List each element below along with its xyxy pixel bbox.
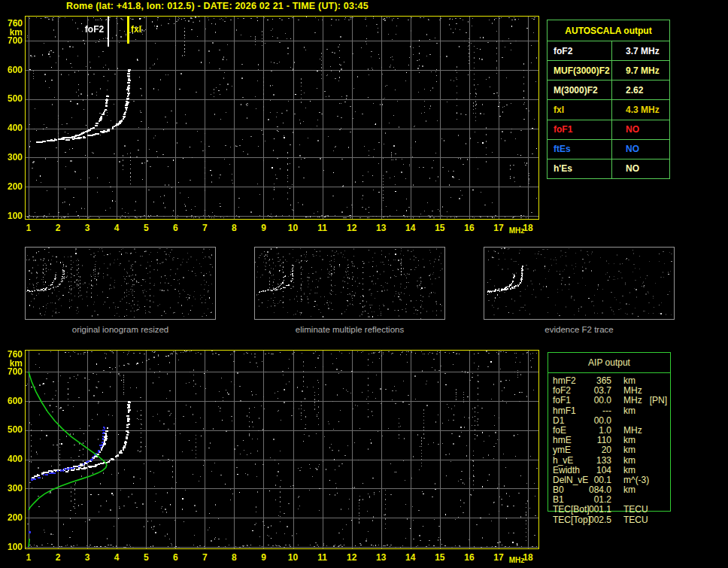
thumbnail-2 <box>254 247 445 320</box>
aip-row-unit: km <box>623 466 635 475</box>
page-title: Rome (lat: +41.8, lon: 012.5) - DATE: 20… <box>66 1 369 11</box>
x-tick-label: 7 <box>196 553 214 563</box>
autoscala-row-ftEs: ftEsNO <box>548 140 669 159</box>
aip-row-value: 00.0 <box>575 416 611 426</box>
autoscala-row-value: 9.7 MHz <box>612 61 669 80</box>
aip-row-h_vE: h_vE133km <box>548 456 720 466</box>
y-tick-label: 200 <box>0 513 23 523</box>
y-tick-label: 500 <box>0 425 23 435</box>
x-tick-label: 4 <box>108 223 126 233</box>
y-tick-label: 500 <box>0 94 23 104</box>
thumbnail-canvas-1 <box>26 248 215 319</box>
x-tick-label: 1 <box>20 553 38 563</box>
thumbnail-label-1: original ionogram resized <box>25 325 216 334</box>
x-tick-label: 9 <box>254 223 272 233</box>
aip-row-Ewidth: Ewidth104km <box>548 466 720 475</box>
autoscala-row-label: foF1 <box>548 120 612 139</box>
foF2-marker-label: foF2 <box>85 25 104 35</box>
y-tick-label: 600 <box>0 396 23 406</box>
x-tick-label: 15 <box>431 223 449 233</box>
thumbnail-label-3: evidence F2 trace <box>484 325 675 334</box>
aip-row-TEC[Bot]: TEC[Bot]001.1TECU <box>548 505 720 515</box>
x-tick-label: 5 <box>137 223 155 233</box>
y-tick-label: 400 <box>0 123 23 133</box>
aip-row-value: 104 <box>575 466 611 475</box>
x-tick-label: 7 <box>196 223 214 233</box>
y-tick-label: 100 <box>0 211 23 221</box>
autoscala-row-foF1: foF1NO <box>548 120 669 140</box>
x-tick-label: 3 <box>78 223 96 233</box>
y-tick-label: 600 <box>0 65 23 75</box>
x-tick-label: 5 <box>137 553 155 563</box>
aip-row-ymE: ymE20km <box>548 445 720 455</box>
x-tick-label: 10 <box>284 553 302 563</box>
aip-row-value: 001.1 <box>575 505 611 515</box>
aip-table-rows: hmF2365kmfoF203.7MHzfoF100.0MHz[PN]hmF1-… <box>548 376 720 525</box>
aip-row-value: 002.5 <box>575 515 611 525</box>
thumbnail-1 <box>25 247 216 320</box>
aip-row-unit: km <box>623 406 635 416</box>
autoscala-table-title: AUTOSCALA output <box>548 20 669 41</box>
x-tick-label: 3 <box>78 553 96 563</box>
aip-row-D1: D100.0 <box>548 416 720 426</box>
aip-row-value: 20 <box>575 445 611 455</box>
x-tick-label: 6 <box>166 223 184 233</box>
aip-row-unit: km <box>623 445 635 455</box>
autoscala-row-value: 4.3 MHz <box>612 100 669 119</box>
x-tick-label: 14 <box>402 553 420 563</box>
aip-row-hmF1: hmF1---km <box>548 406 720 416</box>
x-tick-label: 11 <box>314 553 332 563</box>
y-tick-label: 300 <box>0 484 23 494</box>
x-tick-label: 14 <box>402 223 420 233</box>
x-axis-unit-label: MHz <box>509 226 525 235</box>
autoscala-row-label: fxI <box>548 100 612 119</box>
aip-row-TEC[Top]: TEC[Top]002.5TECU <box>548 515 720 525</box>
aip-row-foF1: foF100.0MHz[PN] <box>548 396 720 405</box>
y-tick-label: 400 <box>0 454 23 464</box>
thumbnail-canvas-2 <box>255 248 444 319</box>
x-tick-label: 9 <box>254 553 272 563</box>
autoscala-row-value: 3.7 MHz <box>612 41 669 60</box>
x-axis-unit-label: MHz <box>509 556 525 564</box>
thumbnail-label-2: eliminate multiple reflections <box>254 325 445 334</box>
autoscala-row-label: ftEs <box>548 140 612 159</box>
x-tick-label: 12 <box>343 553 361 563</box>
autoscala-row-label: foF2 <box>548 41 612 60</box>
x-tick-label: 11 <box>314 223 332 233</box>
bottom-ionogram-canvas <box>25 350 539 549</box>
autoscala-row-value: NO <box>612 140 669 159</box>
y-tick-label: 100 <box>0 542 23 552</box>
y-tick-label: 200 <box>0 182 23 192</box>
aip-row-value: 133 <box>575 456 611 466</box>
autoscala-row-value: NO <box>612 159 669 178</box>
x-tick-label: 12 <box>343 223 361 233</box>
x-tick-label: 2 <box>49 553 67 563</box>
aip-row-unit: MHz <box>623 396 642 405</box>
autoscala-row-M(3000)F2: M(3000)F22.62 <box>548 80 669 100</box>
x-tick-label: 8 <box>225 223 243 233</box>
autoscala-row-label: h'Es <box>548 159 612 178</box>
x-tick-label: 13 <box>372 223 390 233</box>
aip-row-unit: km <box>623 485 635 495</box>
x-tick-label: 15 <box>431 553 449 563</box>
x-tick-label: 4 <box>108 553 126 563</box>
x-tick-label: 17 <box>490 223 508 233</box>
x-tick-label: 16 <box>460 553 478 563</box>
x-tick-label: 16 <box>460 223 478 233</box>
x-tick-label: 13 <box>372 553 390 563</box>
autoscala-row-label: M(3000)F2 <box>548 80 612 99</box>
aip-row-unit: km <box>623 456 635 466</box>
aip-row-B0: B0084.0km <box>548 485 720 495</box>
x-tick-label: 6 <box>166 553 184 563</box>
y-axis-unit-label: km <box>0 360 23 368</box>
autoscala-row-label: MUF(3000)F2 <box>548 61 612 80</box>
autoscala-row-h'Es: h'EsNO <box>548 159 669 178</box>
fxI-marker-label: fxI <box>131 25 141 35</box>
x-tick-label: 2 <box>49 223 67 233</box>
autoscala-row-value: 2.62 <box>612 80 669 99</box>
y-tick-label: 300 <box>0 153 23 163</box>
autoscala-row-value: NO <box>612 120 669 139</box>
autoscala-table-rows: foF23.7 MHzMUF(3000)F29.7 MHzM(3000)F22.… <box>548 41 669 178</box>
autoscala-row-foF2: foF23.7 MHz <box>548 41 669 61</box>
aip-row-value: 00.0 <box>575 396 611 405</box>
